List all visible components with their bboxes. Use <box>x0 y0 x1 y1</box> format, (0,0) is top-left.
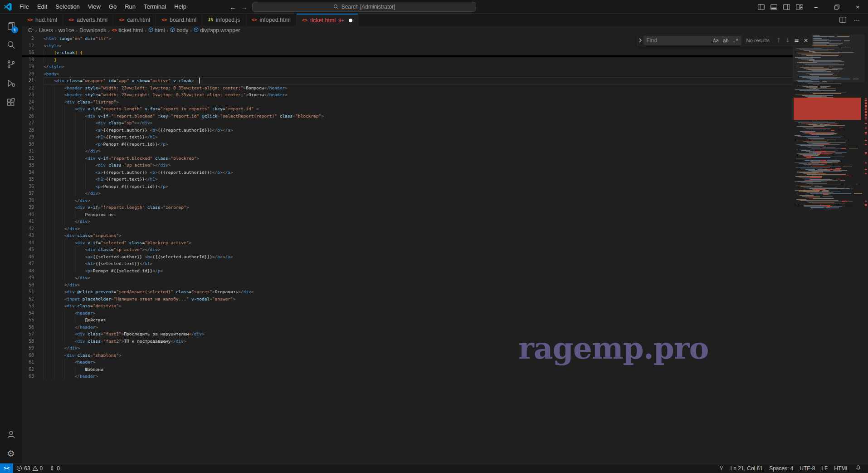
line-number[interactable]: 46 <box>22 253 44 261</box>
line-number[interactable]: 41 <box>22 218 44 225</box>
line-number[interactable]: 50 <box>22 281 44 289</box>
regex-button[interactable]: .* <box>731 37 740 44</box>
code-line[interactable]: 37</div> <box>22 190 793 197</box>
code-line[interactable]: 28<a>{{report.author}} <b>({{report.auth… <box>22 127 793 134</box>
search-box[interactable]: Search [Administrator] <box>252 2 476 12</box>
explorer-icon[interactable]: 1 <box>0 16 22 35</box>
line-number[interactable]: 52 <box>22 296 44 303</box>
line-number[interactable]: 56 <box>22 324 44 331</box>
breadcrumb-item-html[interactable]: html <box>148 27 165 34</box>
tab-hud.html[interactable]: <>hud.html <box>22 14 63 26</box>
code-line[interactable]: 55Действия <box>22 316 793 324</box>
code-line[interactable]: 51<div @click.prevent="sendAnswer(select… <box>22 288 793 296</box>
code-line[interactable]: 22<header style="width: 23vw;left: 1vw;t… <box>22 84 793 92</box>
line-number[interactable]: 59 <box>22 345 44 352</box>
next-match-button[interactable]: ↓ <box>783 37 792 44</box>
line-number[interactable]: 61 <box>22 359 44 366</box>
previous-match-button[interactable]: ↑ <box>774 37 783 44</box>
code-line[interactable]: 42</div> <box>22 225 793 232</box>
whole-word-button[interactable]: ab <box>722 37 730 44</box>
line-number[interactable]: 12 <box>22 42 44 49</box>
code-line[interactable]: 62Шаблоны <box>22 366 793 373</box>
code-line[interactable]: 30<p>Репорт #{{report.id}}</p> <box>22 141 793 148</box>
minimize-button[interactable]: – <box>805 0 826 14</box>
line-number[interactable]: 38 <box>22 197 44 204</box>
nav-forward-icon[interactable]: → <box>241 3 248 11</box>
line-number[interactable]: 28 <box>22 127 44 134</box>
line-number[interactable]: 24 <box>22 99 44 106</box>
code-line[interactable]: 63</header> <box>22 373 793 380</box>
line-number[interactable]: 31 <box>22 148 44 155</box>
restore-button[interactable] <box>826 0 847 14</box>
nav-back-icon[interactable]: ← <box>229 3 236 11</box>
match-case-button[interactable]: Aa <box>712 37 720 44</box>
line-number[interactable]: 29 <box>22 133 44 141</box>
menu-edit[interactable]: Edit <box>33 0 51 14</box>
line-number[interactable]: 35 <box>22 176 44 183</box>
code-line[interactable]: 20<body> <box>22 70 793 78</box>
account-icon[interactable] <box>0 425 22 444</box>
code-line[interactable]: 45<div class="sp active"></div> <box>22 246 793 253</box>
code-line[interactable]: 21<div class="wrapper" id="app" v-show="… <box>22 77 793 84</box>
menu-help[interactable]: Help <box>170 0 190 14</box>
line-number[interactable]: 37 <box>22 190 44 197</box>
tab-board.html[interactable]: <>board.html <box>156 14 202 26</box>
line-number[interactable]: 55 <box>22 316 44 324</box>
line-number[interactable]: 33 <box>22 162 44 169</box>
problems-indicator[interactable]: 63 0 <box>13 463 46 473</box>
breadcrumb-item-users[interactable]: Users <box>39 27 53 34</box>
code-line[interactable]: 23<header style="width: 23vw;right: 1vw;… <box>22 91 793 99</box>
code-line[interactable]: 40Репортов нет <box>22 211 793 218</box>
toggle-replace-button[interactable] <box>637 34 644 46</box>
code-line[interactable]: 49</div> <box>22 274 793 281</box>
line-number[interactable]: 51 <box>22 288 44 296</box>
code-line[interactable]: 56</header> <box>22 324 793 331</box>
line-number[interactable]: 22 <box>22 84 44 92</box>
menu-view[interactable]: View <box>84 0 105 14</box>
line-number[interactable]: 49 <box>22 274 44 281</box>
toggle-panel-icon[interactable] <box>767 0 780 14</box>
minimap[interactable] <box>793 34 864 463</box>
line-number[interactable]: 42 <box>22 225 44 232</box>
breadcrumb-item-ticket-html[interactable]: <>ticket.html <box>112 27 143 34</box>
code-line[interactable]: 48<p>Репорт #{{selected.id}}</p> <box>22 267 793 275</box>
line-number[interactable]: 39 <box>22 204 44 211</box>
code-line[interactable]: 16[v-cloak] { <box>22 49 793 56</box>
breadcrumb-item-downloads[interactable]: Downloads <box>79 27 106 34</box>
line-number[interactable]: 23 <box>22 91 44 99</box>
line-number[interactable]: 45 <box>22 246 44 253</box>
code-line[interactable]: 34<a>{{report.author}} <b>({{report.auth… <box>22 169 793 176</box>
line-number[interactable]: 34 <box>22 169 44 176</box>
code-line[interactable]: 47<h1>{{selected.text}}</h1> <box>22 260 793 267</box>
line-number[interactable]: 18 <box>22 56 44 64</box>
menu-selection[interactable]: Selection <box>51 0 83 14</box>
status-html[interactable]: HTML <box>831 463 852 473</box>
menu-terminal[interactable]: Terminal <box>140 0 170 14</box>
code-line[interactable]: 33<div class="sp active"></div> <box>22 162 793 169</box>
line-number[interactable]: 40 <box>22 211 44 218</box>
source-control-icon[interactable] <box>0 54 22 74</box>
editor[interactable]: 2<html lang="en" dir="ltr">12<style>16[v… <box>22 34 868 463</box>
line-number[interactable]: 63 <box>22 373 44 380</box>
breadcrumb-item-c-[interactable]: C: <box>28 27 34 34</box>
line-number[interactable]: 25 <box>22 105 44 113</box>
code-line[interactable]: 29<h1>{{report.text}}</h1> <box>22 133 793 141</box>
toggle-secondary-sidebar-icon[interactable] <box>780 0 793 14</box>
line-number[interactable]: 26 <box>22 113 44 120</box>
line-number[interactable]: 32 <box>22 155 44 162</box>
close-button[interactable]: × <box>847 0 868 14</box>
code-line[interactable]: 54<header> <box>22 310 793 317</box>
find-input[interactable]: Find Aa ab .* <box>644 36 741 45</box>
status-spaces--4[interactable]: Spaces: 4 <box>766 463 796 473</box>
breadcrumb-item-div-app-wrapper[interactable]: div#app.wrapper <box>194 27 240 34</box>
menu-file[interactable]: File <box>15 0 33 14</box>
customize-layout-icon[interactable] <box>793 0 805 14</box>
status-utf-8[interactable]: UTF-8 <box>796 463 818 473</box>
line-number[interactable]: 36 <box>22 183 44 190</box>
search-view-icon[interactable] <box>0 35 22 54</box>
line-number[interactable]: 43 <box>22 232 44 239</box>
code-line[interactable]: 44<div v-if="selected" class="blockrep a… <box>22 239 793 246</box>
line-number[interactable]: 30 <box>22 141 44 148</box>
line-number[interactable]: 19 <box>22 63 44 70</box>
line-number[interactable]: 20 <box>22 70 44 78</box>
